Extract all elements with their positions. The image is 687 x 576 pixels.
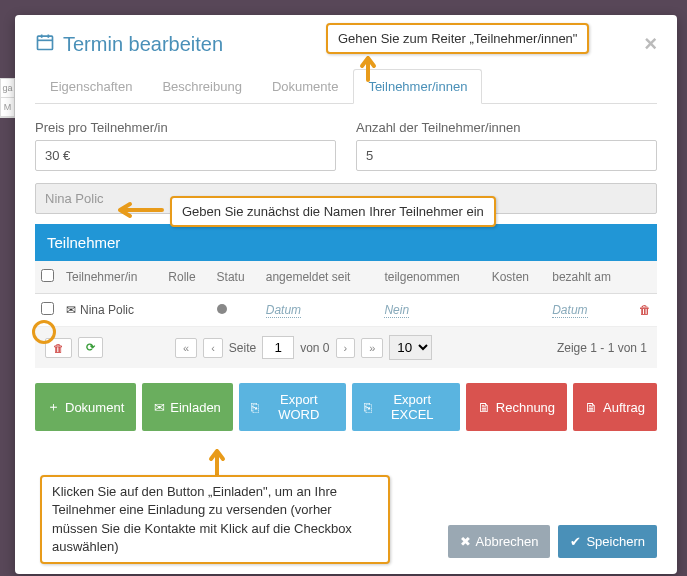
participant-name: Nina Polic bbox=[80, 303, 134, 317]
close-icon[interactable]: × bbox=[644, 31, 657, 57]
page-input[interactable] bbox=[262, 336, 294, 359]
registered-date[interactable]: Datum bbox=[266, 303, 301, 318]
annotation-callout: Klicken Sie auf den Button „Einladen", u… bbox=[40, 475, 390, 564]
save-button[interactable]: ✔Speichern bbox=[558, 525, 657, 558]
tab-beschreibung[interactable]: Beschreibung bbox=[147, 69, 257, 103]
last-page-button[interactable]: » bbox=[361, 338, 383, 358]
document-icon: 🗎 bbox=[585, 400, 598, 415]
bg-fragment: M bbox=[1, 98, 14, 117]
pagesize-select[interactable]: 10 bbox=[389, 335, 432, 360]
count-label: Anzahl der Teilnehmer/innen bbox=[356, 120, 657, 135]
annotation-circle bbox=[32, 320, 56, 344]
invite-button[interactable]: ✉Einladen bbox=[142, 383, 233, 431]
trash-icon[interactable]: 🗑 bbox=[639, 303, 651, 317]
tab-dokumente[interactable]: Dokumente bbox=[257, 69, 353, 103]
document-icon: 🗎 bbox=[478, 400, 491, 415]
count-input[interactable] bbox=[356, 140, 657, 171]
envelope-icon: ✉ bbox=[154, 400, 165, 415]
annotation-callout: Gehen Sie zum Reiter „Teilnehmer/innen" bbox=[326, 23, 589, 54]
bg-fragment: ga bbox=[1, 79, 14, 98]
calendar-icon bbox=[35, 32, 55, 57]
close-icon: ✖ bbox=[460, 534, 471, 549]
order-button[interactable]: 🗎Auftrag bbox=[573, 383, 657, 431]
next-page-button[interactable]: › bbox=[336, 338, 356, 358]
arrow-icon bbox=[114, 200, 164, 220]
participants-panel-header: Teilnehmer bbox=[35, 224, 657, 261]
cancel-button[interactable]: ✖Abbrechen bbox=[448, 525, 551, 558]
paid-date[interactable]: Datum bbox=[552, 303, 587, 318]
add-document-button[interactable]: ＋Dokument bbox=[35, 383, 136, 431]
export-word-button[interactable]: ⎘Export WORD bbox=[239, 383, 346, 431]
export-icon: ⎘ bbox=[251, 400, 259, 415]
svg-rect-0 bbox=[38, 36, 53, 49]
results-info: Zeige 1 - 1 von 1 bbox=[557, 341, 647, 355]
page-label: Seite bbox=[229, 341, 256, 355]
envelope-icon: ✉ bbox=[66, 303, 76, 317]
status-dot-icon bbox=[217, 304, 227, 314]
col-teilnehmer[interactable]: Teilnehmer/in bbox=[60, 261, 162, 294]
price-label: Preis pro Teilnehmer/in bbox=[35, 120, 336, 135]
page-total: von 0 bbox=[300, 341, 329, 355]
attended-value[interactable]: Nein bbox=[384, 303, 409, 318]
modal-title: Termin bearbeiten bbox=[35, 32, 223, 57]
select-all-checkbox[interactable] bbox=[41, 269, 54, 282]
export-icon: ⎘ bbox=[364, 400, 372, 415]
tab-eigenschaften[interactable]: Eigenschaften bbox=[35, 69, 147, 103]
row-checkbox[interactable] bbox=[41, 302, 54, 315]
col-rolle[interactable]: Rolle bbox=[162, 261, 210, 294]
export-excel-button[interactable]: ⎘Export EXCEL bbox=[352, 383, 460, 431]
prev-page-button[interactable]: ‹ bbox=[203, 338, 223, 358]
participants-table: Teilnehmer/in Rolle Statu angemeldet sei… bbox=[35, 261, 657, 327]
arrow-icon bbox=[356, 52, 380, 82]
tab-bar: Eigenschaften Beschreibung Dokumente Tei… bbox=[35, 69, 657, 104]
col-teilgenommen[interactable]: teilgenommen bbox=[378, 261, 485, 294]
first-page-button[interactable]: « bbox=[175, 338, 197, 358]
col-status[interactable]: Statu bbox=[211, 261, 260, 294]
invoice-button[interactable]: 🗎Rechnung bbox=[466, 383, 567, 431]
annotation-callout: Geben Sie zunächst die Namen Ihrer Teiln… bbox=[170, 196, 496, 227]
table-row: ✉Nina Polic Datum Nein Datum 🗑 bbox=[35, 294, 657, 327]
check-icon: ✔ bbox=[570, 534, 581, 549]
col-kosten[interactable]: Kosten bbox=[486, 261, 547, 294]
refresh-button[interactable]: ⟳ bbox=[78, 337, 103, 358]
price-input[interactable] bbox=[35, 140, 336, 171]
plus-icon: ＋ bbox=[47, 398, 60, 416]
col-bezahlt[interactable]: bezahlt am bbox=[546, 261, 633, 294]
col-angemeldet[interactable]: angemeldet seit bbox=[260, 261, 379, 294]
table-toolbar: 🗑 ⟳ « ‹ Seite von 0 › » 10 Zeige 1 - 1 v… bbox=[35, 327, 657, 368]
